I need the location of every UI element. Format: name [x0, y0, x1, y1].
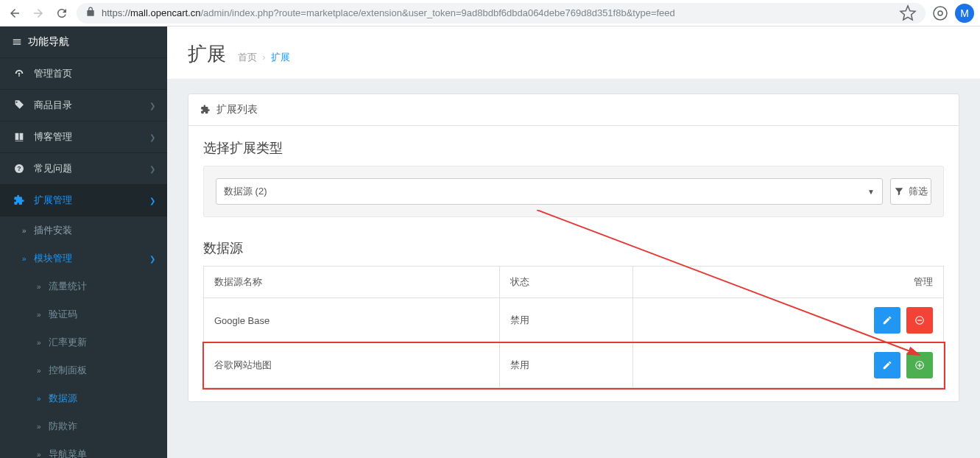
puzzle-icon — [12, 194, 27, 206]
caret-down-icon: ▼ — [867, 188, 875, 196]
bullet-icon: » — [37, 451, 41, 459]
pencil-icon — [882, 315, 892, 325]
dashboard-icon — [12, 68, 27, 80]
filter-well: 数据源 (2) ▼ 筛选 — [203, 166, 944, 217]
cell-status: 禁用 — [500, 343, 633, 388]
bullet-icon: » — [22, 227, 27, 235]
sidebar-subsub-label: 控制面板 — [49, 364, 87, 377]
sidebar-header-label: 功能导航 — [28, 35, 69, 49]
edit-button[interactable] — [874, 352, 900, 378]
filter-button[interactable]: 筛选 — [890, 178, 931, 205]
bullet-icon: » — [37, 311, 41, 319]
panel-title: 扩展列表 — [216, 103, 258, 116]
sidebar-subsub-captcha[interactable]: »验证码 — [0, 300, 167, 328]
bullet-icon: » — [37, 367, 41, 375]
sidebar-subsub-label: 防欺诈 — [49, 420, 77, 433]
bullet-icon: » — [37, 423, 41, 431]
table-row: Google Base 禁用 — [204, 298, 944, 343]
table-row: 谷歌网站地图 禁用 — [204, 343, 944, 388]
profile-avatar[interactable]: M — [955, 4, 974, 23]
breadcrumb-sep: › — [262, 52, 265, 63]
cell-status: 禁用 — [500, 298, 633, 343]
bullet-icon: » — [37, 339, 41, 347]
menu-icon — [12, 37, 22, 47]
bullet-icon: » — [22, 255, 27, 263]
extension-type-select[interactable]: 数据源 (2) ▼ — [216, 178, 883, 205]
plus-icon — [914, 360, 925, 370]
tag-icon — [12, 99, 27, 111]
table-header-row: 数据源名称 状态 管理 — [204, 267, 944, 298]
bullet-icon: » — [37, 283, 41, 291]
sidebar-sub-installer[interactable]: » 插件安装 — [0, 216, 167, 244]
sidebar-subsub-label: 验证码 — [49, 308, 77, 321]
svg-text:?: ? — [17, 165, 21, 172]
chevron-right-icon: ❯ — [149, 133, 155, 141]
sidebar-subsub-menu[interactable]: »导航菜单 — [0, 440, 167, 458]
sidebar-sub-label: 模块管理 — [34, 252, 72, 265]
svg-rect-6 — [917, 320, 922, 320]
forward-button[interactable] — [29, 4, 47, 22]
sidebar-item-label: 商品目录 — [34, 99, 72, 112]
sidebar-item-extensions[interactable]: 扩展管理 ❯ — [0, 185, 167, 216]
cell-actions — [632, 298, 943, 343]
col-status: 状态 — [500, 267, 633, 298]
cell-name: Google Base — [204, 298, 500, 343]
puzzle-icon — [200, 105, 211, 115]
breadcrumb-home[interactable]: 首页 — [238, 52, 257, 63]
page-title: 扩展 — [188, 41, 226, 67]
back-button[interactable] — [6, 4, 24, 22]
sidebar-sub-label: 插件安装 — [34, 224, 72, 237]
chevron-right-icon: ❯ — [149, 102, 155, 110]
chevron-right-icon: ❯ — [149, 197, 155, 205]
sidebar-subsub-label: 数据源 — [49, 392, 77, 405]
sidebar: 功能导航 管理首页 商品目录 ❯ 博客管理 ❯ ? 常见问题 ❯ 扩展管理 ❯ … — [0, 27, 167, 458]
pencil-icon — [882, 360, 892, 370]
book-icon — [12, 131, 27, 143]
minus-icon — [914, 315, 925, 325]
sidebar-subsub-analytics[interactable]: »流量统计 — [0, 272, 167, 300]
col-name: 数据源名称 — [204, 267, 500, 298]
svg-point-1 — [938, 11, 942, 15]
sidebar-item-catalog[interactable]: 商品目录 ❯ — [0, 90, 167, 121]
sidebar-item-faq[interactable]: ? 常见问题 ❯ — [0, 153, 167, 185]
extension-panel: 扩展列表 选择扩展类型 数据源 (2) ▼ 筛选 数据源 — [188, 94, 959, 402]
sidebar-subsub-currency[interactable]: »汇率更新 — [0, 328, 167, 356]
url-text: https://mall.opencart.cn/admin/index.php… — [102, 7, 893, 18]
sidebar-subsub-label: 导航菜单 — [49, 448, 87, 458]
svg-point-2 — [18, 73, 21, 75]
bullet-icon: » — [37, 395, 41, 403]
bookmark-star-icon[interactable] — [899, 4, 917, 22]
sidebar-item-blog[interactable]: 博客管理 ❯ — [0, 121, 167, 153]
select-section-title: 选择扩展类型 — [203, 139, 944, 157]
sidebar-subsub-label: 汇率更新 — [49, 336, 87, 349]
filter-icon — [894, 186, 904, 197]
cell-actions — [632, 343, 943, 388]
sidebar-subsub-fraud[interactable]: »防欺诈 — [0, 412, 167, 440]
feed-table: 数据源名称 状态 管理 Google Base 禁用 — [203, 266, 944, 388]
filter-label: 筛选 — [909, 185, 928, 198]
breadcrumb: 首页 › 扩展 — [238, 51, 291, 64]
cell-name: 谷歌网站地图 — [204, 343, 500, 388]
page-header: 扩展 首页 › 扩展 — [167, 27, 980, 79]
main-content: 扩展 首页 › 扩展 扩展列表 选择扩展类型 数据源 (2) ▼ — [167, 27, 980, 458]
sidebar-item-dashboard[interactable]: 管理首页 — [0, 58, 167, 90]
edit-button[interactable] — [874, 307, 900, 334]
breadcrumb-current[interactable]: 扩展 — [271, 52, 290, 63]
chevron-right-icon: ❯ — [149, 165, 155, 173]
sidebar-item-label: 扩展管理 — [34, 194, 72, 207]
sidebar-item-label: 常见问题 — [34, 162, 72, 175]
sidebar-subsub-label: 流量统计 — [49, 280, 87, 293]
sidebar-subsub-dashboard[interactable]: »控制面板 — [0, 356, 167, 384]
sidebar-subsub-feed[interactable]: »数据源 — [0, 384, 167, 412]
extensions-icon[interactable] — [931, 4, 949, 22]
delete-button[interactable] — [906, 307, 933, 334]
table-section-title: 数据源 — [203, 239, 944, 257]
address-bar[interactable]: https://mall.opencart.cn/admin/index.php… — [77, 3, 926, 24]
sidebar-item-label: 管理首页 — [34, 67, 72, 80]
install-button[interactable] — [906, 352, 933, 378]
sidebar-sub-modules[interactable]: » 模块管理 ❯ — [0, 244, 167, 272]
question-icon: ? — [12, 163, 27, 175]
sidebar-header: 功能导航 — [0, 27, 167, 58]
browser-toolbar: https://mall.opencart.cn/admin/index.php… — [0, 0, 980, 27]
reload-button[interactable] — [53, 4, 71, 22]
